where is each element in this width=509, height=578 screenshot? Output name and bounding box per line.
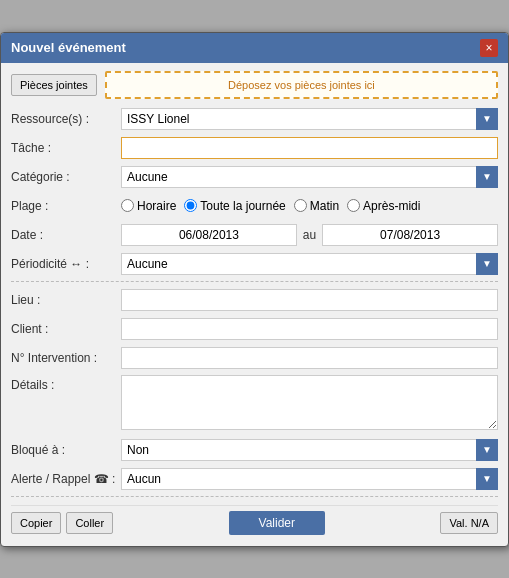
client-input[interactable]: [121, 318, 498, 340]
categorie-label: Catégorie :: [11, 170, 121, 184]
separator-2: [11, 496, 498, 497]
categorie-select-wrap: Aucune ▼: [121, 166, 498, 188]
validate-button[interactable]: Valider: [229, 511, 325, 535]
dialog-title: Nouvel événement: [11, 40, 126, 55]
periodicite-control: Aucune ▼: [121, 253, 498, 275]
n-intervention-input[interactable]: [121, 347, 498, 369]
plage-toute-radio[interactable]: [184, 199, 197, 212]
alerte-row: Alerte / Rappel ☎ : Aucun ▼: [11, 467, 498, 491]
details-control: [121, 375, 498, 433]
details-label: Détails :: [11, 375, 121, 392]
separator-1: [11, 281, 498, 282]
plage-horaire[interactable]: Horaire: [121, 199, 176, 213]
alerte-select[interactable]: Aucun: [121, 468, 498, 490]
ressources-select-wrap: ISSY Lionel ▼: [121, 108, 498, 130]
date-range: au: [121, 224, 498, 246]
bloque-control: Non Oui ▼: [121, 439, 498, 461]
plage-label: Plage :: [11, 199, 121, 213]
ressources-control: ISSY Lionel ▼: [121, 108, 498, 130]
date-from-input[interactable]: [121, 224, 297, 246]
footer-left: Copier Coller: [11, 512, 113, 534]
plage-matin-label: Matin: [310, 199, 339, 213]
bloque-row: Bloqué à : Non Oui ▼: [11, 438, 498, 462]
plage-horaire-radio[interactable]: [121, 199, 134, 212]
categorie-control: Aucune ▼: [121, 166, 498, 188]
ressources-label: Ressource(s) :: [11, 112, 121, 126]
bloque-select-wrap: Non Oui ▼: [121, 439, 498, 461]
n-intervention-label: N° Intervention :: [11, 351, 121, 365]
lieu-row: Lieu :: [11, 288, 498, 312]
categorie-select[interactable]: Aucune: [121, 166, 498, 188]
plage-control: Horaire Toute la journée Matin Après-mid…: [121, 199, 498, 213]
tache-row: Tâche :: [11, 136, 498, 160]
alerte-label: Alerte / Rappel ☎ :: [11, 472, 121, 486]
date-row: Date : au: [11, 223, 498, 247]
plage-apres-radio[interactable]: [347, 199, 360, 212]
dialog-body: Pièces jointes Déposez vos pièces jointe…: [1, 63, 508, 546]
copy-button[interactable]: Copier: [11, 512, 61, 534]
bloque-label: Bloqué à :: [11, 443, 121, 457]
date-to-input[interactable]: [322, 224, 498, 246]
plage-apres-label: Après-midi: [363, 199, 420, 213]
alerte-control: Aucun ▼: [121, 468, 498, 490]
dropzone[interactable]: Déposez vos pièces jointes ici: [105, 71, 498, 99]
periodicite-label: Périodicité ↔ :: [11, 257, 121, 271]
alerte-select-wrap: Aucun ▼: [121, 468, 498, 490]
tache-input[interactable]: [121, 137, 498, 159]
pieces-jointes-button[interactable]: Pièces jointes: [11, 74, 97, 96]
lieu-input[interactable]: [121, 289, 498, 311]
plage-toute[interactable]: Toute la journée: [184, 199, 285, 213]
client-label: Client :: [11, 322, 121, 336]
date-separator: au: [303, 228, 316, 242]
tache-control: [121, 137, 498, 159]
plage-apres[interactable]: Après-midi: [347, 199, 420, 213]
ressources-select[interactable]: ISSY Lionel: [121, 108, 498, 130]
periodicite-row: Périodicité ↔ : Aucune ▼: [11, 252, 498, 276]
n-intervention-control: [121, 347, 498, 369]
details-row: Détails :: [11, 375, 498, 433]
categorie-row: Catégorie : Aucune ▼: [11, 165, 498, 189]
plage-horaire-label: Horaire: [137, 199, 176, 213]
dropzone-row: Pièces jointes Déposez vos pièces jointe…: [11, 71, 498, 99]
plage-toute-label: Toute la journée: [200, 199, 285, 213]
plage-row: Plage : Horaire Toute la journée Matin A…: [11, 194, 498, 218]
plage-matin-radio[interactable]: [294, 199, 307, 212]
val-na-button[interactable]: Val. N/A: [440, 512, 498, 534]
lieu-control: [121, 289, 498, 311]
tache-label: Tâche :: [11, 141, 121, 155]
periodicite-select[interactable]: Aucune: [121, 253, 498, 275]
dialog-nouvel-evenement: Nouvel événement × Pièces jointes Dépose…: [0, 32, 509, 547]
lieu-label: Lieu :: [11, 293, 121, 307]
plage-matin[interactable]: Matin: [294, 199, 339, 213]
close-button[interactable]: ×: [480, 39, 498, 57]
periodicite-select-wrap: Aucune ▼: [121, 253, 498, 275]
paste-button[interactable]: Coller: [66, 512, 113, 534]
bloque-select[interactable]: Non Oui: [121, 439, 498, 461]
client-control: [121, 318, 498, 340]
client-row: Client :: [11, 317, 498, 341]
n-intervention-row: N° Intervention :: [11, 346, 498, 370]
date-label: Date :: [11, 228, 121, 242]
footer-row: Copier Coller Valider Val. N/A: [11, 505, 498, 538]
dialog-header: Nouvel événement ×: [1, 33, 508, 63]
ressources-row: Ressource(s) : ISSY Lionel ▼: [11, 107, 498, 131]
date-control: au: [121, 224, 498, 246]
details-textarea[interactable]: [121, 375, 498, 430]
